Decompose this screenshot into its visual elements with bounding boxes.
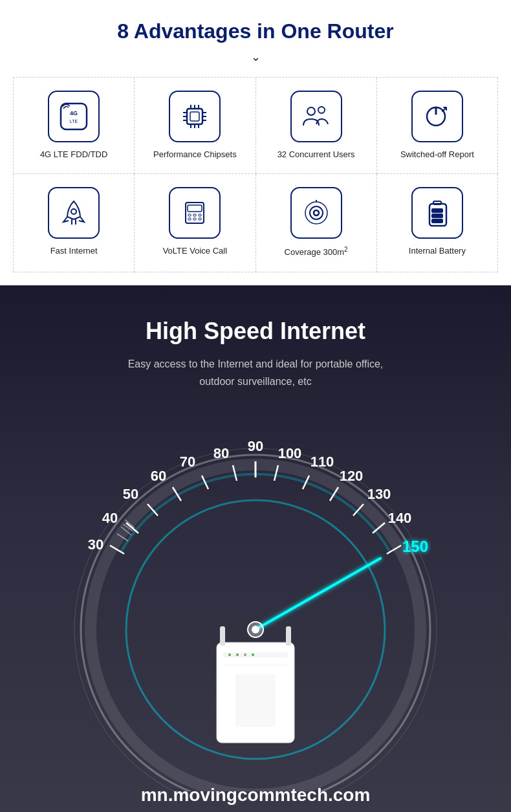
- svg-rect-3: [187, 109, 202, 124]
- svg-point-17: [307, 107, 315, 115]
- svg-text:110: 110: [310, 454, 334, 470]
- svg-rect-81: [223, 652, 288, 657]
- switched-off-label: Switched-off Report: [400, 149, 474, 160]
- svg-text:70: 70: [180, 454, 195, 470]
- svg-rect-29: [188, 218, 191, 220]
- volte-label: VoLTE Voice Call: [163, 245, 227, 257]
- svg-text:150: 150: [402, 538, 428, 555]
- advantage-item-switched-off: Switched-off Report: [377, 78, 498, 174]
- router-image: [217, 626, 294, 743]
- volte-icon-box: [169, 187, 221, 239]
- svg-rect-80: [286, 626, 291, 646]
- svg-point-83: [236, 653, 239, 656]
- advantages-section: 8 Advantages in One Router ⌄ 4G LTE 4G L…: [0, 0, 511, 285]
- battery-icon-box: [411, 187, 463, 239]
- switched-off-icon-box: [411, 91, 463, 142]
- svg-point-85: [252, 653, 254, 656]
- speedometer-svg: 30 40 50 60 70 80 90 100 110 120 130 140…: [45, 416, 466, 791]
- advantage-item-volte: VoLTE Voice Call: [135, 174, 256, 272]
- rocket-icon: [58, 197, 89, 228]
- website-text: mn.movingcommtech.com: [13, 772, 498, 812]
- advantage-item-4g-lte: 4G LTE 4G LTE FDD/TDD: [14, 78, 135, 174]
- fast-internet-label: Fast Internet: [50, 245, 98, 257]
- svg-point-33: [310, 206, 323, 219]
- coverage-label: Coverage 300m2: [285, 245, 348, 259]
- svg-text:4G: 4G: [70, 110, 78, 116]
- chevron-down-icon: ⌄: [13, 50, 498, 64]
- users-icon-box: [290, 91, 342, 142]
- fast-internet-icon-box: [48, 187, 100, 239]
- svg-rect-26: [188, 214, 191, 216]
- svg-text:100: 100: [278, 445, 302, 461]
- advantage-item-users: 32 Concurrent Users: [256, 78, 377, 174]
- svg-text:120: 120: [340, 468, 364, 484]
- advantage-item-fast-internet: Fast Internet: [14, 174, 135, 272]
- 4g-lte-label: 4G LTE FDD/TDD: [40, 149, 108, 160]
- battery-label: Internal Battery: [409, 245, 466, 257]
- users-label: 32 Concurrent Users: [277, 149, 355, 160]
- svg-text:90: 90: [248, 438, 263, 454]
- svg-rect-40: [432, 219, 442, 223]
- svg-rect-79: [220, 626, 225, 646]
- svg-rect-37: [433, 201, 441, 204]
- chipset-icon-box: [169, 91, 221, 142]
- svg-rect-25: [188, 205, 202, 212]
- users-icon: [301, 101, 332, 132]
- svg-point-84: [244, 653, 246, 656]
- speed-section: High Speed Internet Easy access to the I…: [0, 285, 511, 812]
- svg-text:60: 60: [151, 468, 166, 484]
- svg-point-32: [314, 210, 319, 215]
- svg-text:30: 30: [88, 536, 103, 553]
- svg-rect-39: [432, 214, 442, 217]
- speed-title: High Speed Internet: [13, 318, 498, 345]
- 4g-lte-icon-box: 4G LTE: [48, 91, 100, 142]
- svg-point-77: [252, 626, 259, 633]
- 4g-lte-icon: 4G LTE: [58, 101, 89, 132]
- speed-subtitle: Easy access to the Internet and ideal fo…: [13, 355, 498, 390]
- svg-text:130: 130: [367, 486, 391, 502]
- svg-text:50: 50: [123, 486, 138, 502]
- switched-off-icon: [422, 101, 453, 132]
- coverage-icon-box: [290, 187, 342, 239]
- svg-rect-4: [190, 112, 199, 121]
- advantage-item-chipset: Performance Chipsets: [135, 78, 256, 174]
- advantages-grid: 4G LTE 4G LTE FDD/TDD: [13, 77, 498, 272]
- chipset-icon: [179, 101, 210, 132]
- chipset-label: Performance Chipsets: [153, 149, 237, 160]
- wifi-signal-icon: [301, 197, 332, 228]
- speedometer: 30 40 50 60 70 80 90 100 110 120 130 140…: [45, 416, 466, 791]
- svg-rect-27: [193, 214, 196, 216]
- svg-point-34: [305, 202, 327, 224]
- svg-line-75: [256, 558, 380, 630]
- advantage-item-coverage: Coverage 300m2: [256, 174, 377, 272]
- advantage-item-battery: Internal Battery: [377, 174, 498, 272]
- svg-rect-38: [432, 209, 442, 212]
- svg-text:40: 40: [102, 510, 118, 526]
- svg-rect-31: [199, 218, 201, 220]
- svg-rect-87: [236, 675, 275, 727]
- phone-icon: [179, 197, 210, 228]
- svg-text:80: 80: [213, 445, 229, 461]
- svg-text:140: 140: [388, 510, 412, 526]
- battery-icon: [422, 197, 453, 228]
- svg-point-82: [228, 653, 231, 656]
- svg-point-18: [318, 107, 325, 113]
- svg-text:LTE: LTE: [70, 119, 78, 124]
- advantages-title: 8 Advantages in One Router: [13, 19, 498, 43]
- svg-rect-30: [193, 218, 196, 220]
- svg-rect-28: [199, 214, 201, 216]
- svg-point-21: [71, 209, 76, 214]
